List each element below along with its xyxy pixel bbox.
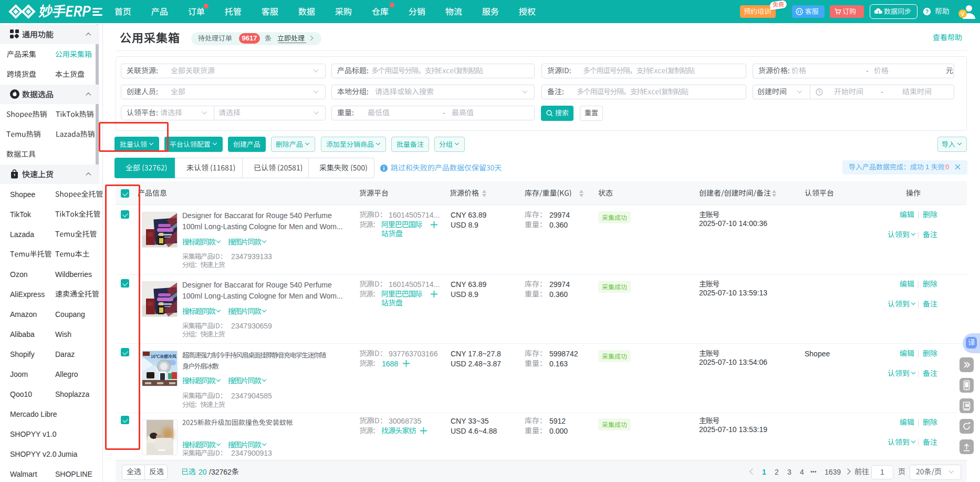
svg-text:?: ? <box>925 8 929 15</box>
svg-text:V: V <box>961 11 965 17</box>
